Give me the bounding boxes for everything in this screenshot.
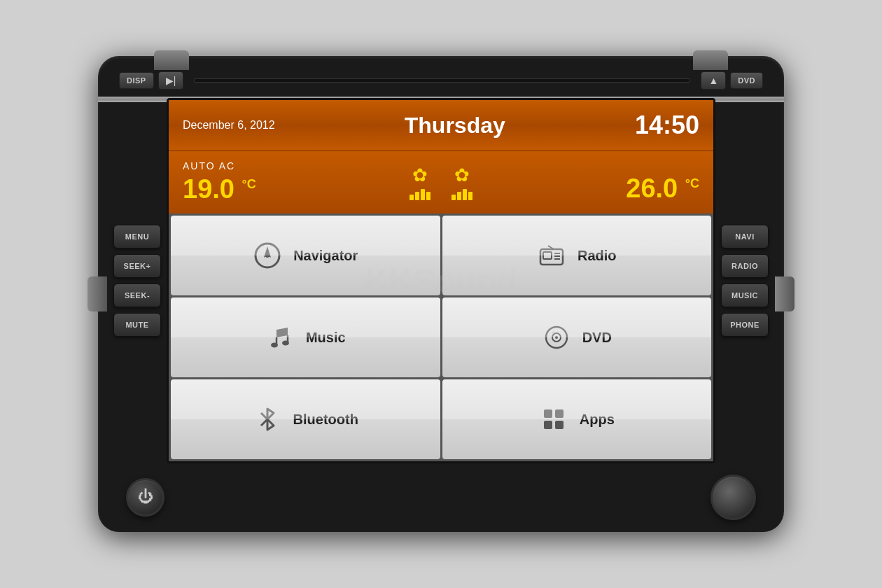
- music-side-button[interactable]: MUSIC: [721, 284, 769, 307]
- dvd-button[interactable]: DVD: [442, 298, 712, 377]
- svg-rect-18: [555, 410, 564, 418]
- music-icon: [265, 323, 295, 352]
- climate-labels: AUTO AC: [183, 160, 235, 172]
- phone-button[interactable]: PHONE: [721, 313, 769, 337]
- cd-slot: [194, 78, 690, 83]
- navigator-button[interactable]: Navigator: [171, 216, 440, 295]
- dvd-icon: [542, 323, 571, 352]
- screen: KKSound December 6, 2012 Thursday 14:50 …: [167, 98, 715, 463]
- side-mount-left: [88, 276, 107, 312]
- apps-button[interactable]: Apps: [442, 379, 712, 459]
- climate-temp-left: 19.0 °C: [183, 174, 256, 204]
- header-date: December 6, 2012: [183, 119, 275, 132]
- apps-label: Apps: [580, 412, 615, 428]
- main-area: MENU SEEK+ SEEK- MUTE KKSound December 6…: [105, 98, 777, 469]
- climate-right: 26.0 °C: [626, 161, 699, 204]
- bluetooth-icon: [253, 405, 282, 434]
- climate-left: AUTO AC 19.0 °C: [183, 160, 256, 204]
- disp-button[interactable]: DISP: [119, 72, 154, 89]
- volume-knob[interactable]: [710, 475, 756, 520]
- svg-point-12: [282, 341, 289, 346]
- svg-point-15: [555, 336, 558, 339]
- radio-icon: [537, 241, 566, 270]
- radio-side-button[interactable]: RADIO: [721, 254, 769, 278]
- navigator-icon: [253, 241, 282, 270]
- top-bar: DISP ▶| ▲ DVD: [105, 63, 777, 98]
- bluetooth-label: Bluetooth: [293, 412, 358, 428]
- car-unit: DISP ▶| ▲ DVD MENU SEEK+ SEEK- MUTE: [98, 56, 784, 532]
- screen-header: December 6, 2012 Thursday 14:50: [169, 100, 713, 150]
- header-time: 14:50: [635, 111, 699, 140]
- top-bar-left: DISP ▶|: [119, 71, 183, 90]
- fan-right-icon: ✿: [451, 164, 472, 200]
- svg-point-2: [265, 253, 270, 258]
- mute-button[interactable]: MUTE: [113, 313, 161, 337]
- bottom-area: ⏻: [105, 469, 777, 525]
- svg-rect-20: [555, 421, 564, 429]
- bluetooth-button[interactable]: Bluetooth: [171, 379, 440, 459]
- power-icon: ⏻: [138, 488, 153, 506]
- power-button[interactable]: ⏻: [126, 478, 164, 517]
- fan-left-icon: ✿: [410, 164, 430, 200]
- svg-rect-19: [544, 421, 552, 429]
- navi-button[interactable]: NAVI: [721, 225, 769, 248]
- music-button[interactable]: Music: [171, 298, 440, 377]
- seek-minus-button[interactable]: SEEK-: [113, 284, 161, 307]
- dvd-label: DVD: [582, 330, 612, 346]
- eject-button[interactable]: ▲: [701, 71, 726, 90]
- navigator-label: Navigator: [293, 248, 358, 264]
- left-buttons: MENU SEEK+ SEEK- MUTE: [111, 98, 167, 463]
- seek-plus-button[interactable]: SEEK+: [113, 254, 161, 278]
- menu-grid: Navigator Radio: [169, 214, 713, 461]
- header-day: Thursday: [275, 113, 635, 139]
- play-button[interactable]: ▶|: [158, 71, 184, 90]
- svg-point-11: [271, 343, 278, 348]
- apps-icon: [539, 405, 568, 434]
- right-buttons: NAVI RADIO MUSIC PHONE: [715, 98, 771, 463]
- climate-center: ✿ ✿: [410, 164, 472, 200]
- side-mount-right: [775, 276, 794, 312]
- dvd-button[interactable]: DVD: [730, 72, 763, 89]
- climate-temp-right: 26.0 °C: [626, 174, 699, 204]
- music-label: Music: [306, 330, 346, 346]
- radio-button[interactable]: Radio: [442, 216, 712, 295]
- climate-bar: AUTO AC 19.0 °C ✿: [169, 150, 713, 214]
- top-bar-right: ▲ DVD: [701, 71, 763, 90]
- radio-label: Radio: [578, 248, 617, 264]
- menu-button[interactable]: MENU: [113, 225, 161, 248]
- svg-rect-17: [544, 410, 552, 418]
- svg-rect-4: [543, 252, 552, 259]
